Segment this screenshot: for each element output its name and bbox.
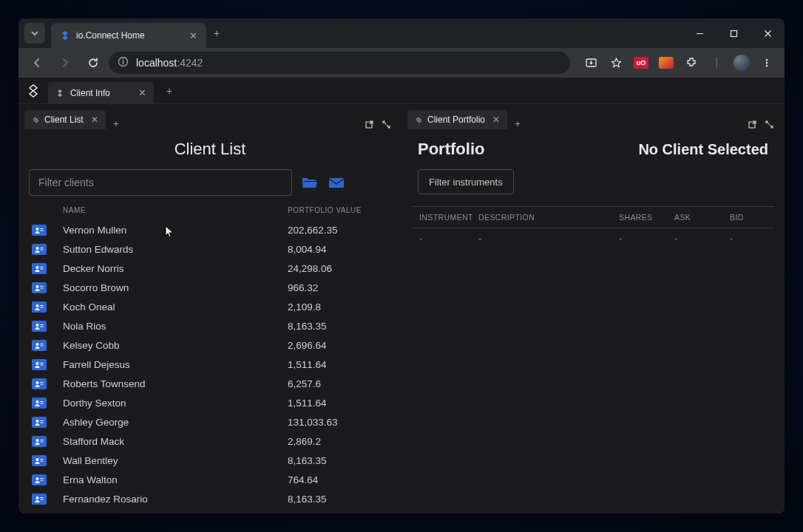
- maximize-button[interactable]: [716, 18, 751, 48]
- client-row[interactable]: Stafford Mack2,869.2: [29, 432, 391, 451]
- client-list-tab-label: Client List: [44, 115, 84, 125]
- url-text: localhost:4242: [136, 57, 203, 69]
- client-row[interactable]: Fernandez Rosario8,163.35: [29, 489, 391, 508]
- client-row[interactable]: Socorro Brown966.32: [29, 278, 391, 297]
- client-row[interactable]: Erna Walton764.64: [29, 470, 391, 489]
- client-name: Ashley George: [63, 417, 288, 428]
- envelope-icon[interactable]: [328, 175, 345, 190]
- client-portfolio-value: 6,257.6: [288, 378, 391, 389]
- client-portfolio-value: 764.64: [288, 474, 391, 485]
- browser-menu-button[interactable]: [755, 51, 779, 75]
- app-content: Client Info ✕ + Client List ✕ +: [18, 78, 785, 514]
- client-name: Stafford Mack: [63, 436, 288, 447]
- client-row[interactable]: Ashley George131,033.63: [29, 412, 391, 432]
- svg-rect-28: [41, 345, 44, 346]
- popout-button-right[interactable]: [748, 120, 757, 129]
- svg-point-44: [36, 458, 39, 461]
- header-ask: ASK: [674, 213, 730, 222]
- app-logo-icon[interactable]: [18, 78, 48, 104]
- client-portfolio-value: 8,163.35: [288, 494, 391, 505]
- svg-rect-42: [41, 440, 44, 440]
- extension-other[interactable]: [654, 51, 678, 75]
- client-card-icon: [32, 282, 47, 293]
- workspace-tab-close[interactable]: ✕: [138, 87, 146, 98]
- filter-instruments-button[interactable]: Filter instruments: [418, 169, 514, 194]
- client-name: Dorthy Sexton: [63, 398, 288, 409]
- browser-window: io.Connect Home ✕ +: [18, 18, 785, 514]
- new-tab-button[interactable]: +: [206, 27, 227, 39]
- client-card-icon: [32, 225, 47, 236]
- client-row[interactable]: Vernon Mullen202,662.35: [29, 220, 391, 239]
- expand-button-right[interactable]: [765, 120, 774, 129]
- panel-tabs-left: Client List ✕ +: [21, 107, 399, 129]
- tab-search-dropdown[interactable]: [24, 23, 45, 44]
- site-info-icon[interactable]: [118, 56, 129, 69]
- svg-point-38: [36, 420, 39, 423]
- svg-point-11: [36, 247, 39, 250]
- portfolio-body: Portfolio No Client Selected Filter inst…: [404, 129, 782, 511]
- expand-button-left[interactable]: [382, 120, 391, 129]
- close-window-button[interactable]: [751, 18, 785, 48]
- filter-clients-input[interactable]: [29, 169, 292, 196]
- client-portfolio-tab[interactable]: Client Portfolio ✕: [407, 110, 507, 129]
- browser-tab[interactable]: io.Connect Home ✕: [51, 23, 206, 48]
- client-card-icon: [32, 244, 47, 255]
- folder-open-icon[interactable]: [301, 175, 319, 190]
- install-app-button[interactable]: [579, 51, 603, 75]
- svg-point-50: [36, 497, 39, 499]
- client-row[interactable]: Dorthy Sexton1,511.64: [29, 393, 391, 412]
- client-portfolio-value: 8,004.94: [288, 244, 391, 255]
- svg-rect-25: [41, 326, 44, 327]
- client-name: Vernon Mullen: [63, 225, 288, 236]
- client-portfolio-value: 1,511.64: [288, 398, 391, 409]
- svg-rect-19: [41, 287, 44, 288]
- client-list-tab-close[interactable]: ✕: [91, 115, 98, 125]
- client-portfolio-tab-label: Client Portfolio: [427, 115, 485, 125]
- bookmark-button[interactable]: [604, 51, 628, 75]
- url-field[interactable]: localhost:4242: [109, 52, 570, 74]
- client-card-icon: [32, 436, 47, 447]
- client-name: Roberts Townsend: [63, 378, 288, 389]
- reload-button[interactable]: [81, 51, 106, 75]
- url-bar: localhost:4242 uO |: [18, 48, 785, 78]
- profile-avatar[interactable]: [730, 51, 753, 75]
- client-portfolio-value: 8,163.35: [288, 321, 391, 332]
- client-portfolio-tab-close[interactable]: ✕: [492, 115, 500, 125]
- client-row[interactable]: Wall Bentley8,163.35: [29, 451, 391, 470]
- client-row[interactable]: Roberts Townsend6,257.6: [29, 374, 391, 393]
- forward-button[interactable]: [52, 51, 78, 75]
- svg-point-17: [36, 285, 39, 288]
- browser-tab-bar: io.Connect Home ✕ +: [18, 18, 785, 48]
- add-workspace-button[interactable]: +: [158, 85, 180, 97]
- minimize-button[interactable]: [682, 18, 716, 48]
- popout-button-left[interactable]: [365, 120, 374, 129]
- client-row[interactable]: Sutton Edwards8,004.94: [29, 239, 391, 259]
- svg-point-4: [766, 62, 768, 64]
- link-icon: [32, 116, 40, 124]
- svg-rect-27: [41, 344, 44, 344]
- add-panel-tab-left[interactable]: +: [106, 118, 126, 129]
- portfolio-panel: Client Portfolio ✕ + P: [404, 107, 782, 511]
- client-table[interactable]: Vernon Mullen202,662.35Sutton Edwards8,0…: [29, 220, 391, 511]
- tab-close-button[interactable]: ✕: [189, 30, 197, 41]
- client-list-tab[interactable]: Client List ✕: [24, 110, 106, 129]
- portfolio-table-headers: INSTRUMENT DESCRIPTION SHARES ASK BID: [412, 206, 774, 228]
- extensions-button[interactable]: [680, 51, 703, 75]
- no-client-label: No Client Selected: [638, 141, 768, 158]
- back-button[interactable]: [24, 51, 50, 75]
- client-row[interactable]: Koch Oneal2,109.8: [29, 297, 391, 316]
- client-row[interactable]: Kelsey Cobb2,696.64: [29, 335, 391, 355]
- client-card-icon: [32, 398, 47, 409]
- client-row[interactable]: Farrell Dejesus1,511.64: [29, 355, 391, 374]
- client-name: Wall Bentley: [63, 455, 288, 466]
- workspace-tab[interactable]: Client Info ✕: [48, 82, 154, 104]
- svg-point-47: [36, 477, 39, 480]
- client-row[interactable]: Nola Rios8,163.35: [29, 316, 391, 335]
- client-portfolio-value: 8,163.35: [288, 455, 391, 466]
- header-description: DESCRIPTION: [478, 213, 619, 222]
- extension-ublock[interactable]: uO: [629, 51, 653, 75]
- svg-rect-10: [41, 230, 44, 231]
- add-panel-tab-right[interactable]: +: [507, 118, 528, 129]
- client-row[interactable]: Decker Norris24,298.06: [29, 259, 391, 278]
- client-portfolio-value: 202,662.35: [288, 225, 391, 236]
